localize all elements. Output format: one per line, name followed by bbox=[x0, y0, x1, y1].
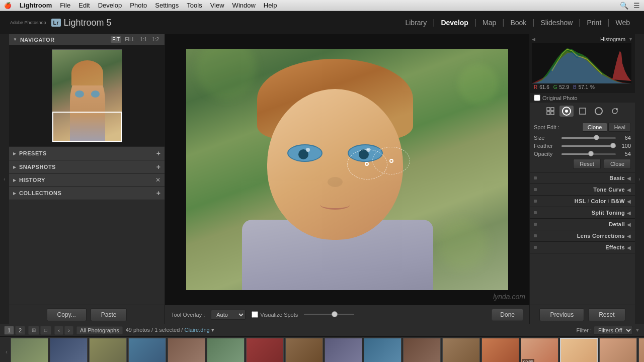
detail-collapse-icon[interactable]: ◀ bbox=[627, 222, 631, 227]
reset-button[interactable]: Reset bbox=[588, 308, 625, 321]
visualize-track[interactable] bbox=[304, 314, 354, 315]
film-thumb-12[interactable] bbox=[442, 338, 480, 362]
nav-print[interactable]: Print bbox=[583, 17, 606, 29]
spot-heal-tool-icon[interactable] bbox=[559, 106, 574, 117]
nav-library[interactable]: Library bbox=[401, 17, 431, 29]
paste-button[interactable]: Paste bbox=[91, 308, 127, 321]
film-thumb-4[interactable] bbox=[128, 338, 166, 362]
collections-add-btn[interactable]: + bbox=[156, 189, 160, 197]
grid-tool-icon[interactable] bbox=[543, 106, 557, 117]
opacity-thumb[interactable] bbox=[588, 151, 594, 156]
filter-select[interactable]: Filters Off Flagged Starred bbox=[594, 326, 633, 335]
heal-btn[interactable]: Heal bbox=[608, 123, 631, 132]
film-thumb-7[interactable] bbox=[246, 338, 284, 362]
all-photographs-btn[interactable]: All Photographs bbox=[76, 326, 123, 334]
film-thumb-3[interactable] bbox=[89, 338, 127, 362]
film-thumb-5[interactable] bbox=[168, 338, 205, 362]
tone-curve-collapse-icon[interactable]: ◀ bbox=[627, 187, 631, 193]
film-thumb-8[interactable] bbox=[285, 338, 323, 362]
menu-file[interactable]: File bbox=[60, 2, 70, 9]
filter-dropdown-icon[interactable]: ▼ bbox=[635, 327, 640, 333]
feather-thumb[interactable] bbox=[610, 143, 616, 148]
film-thumb-15-selected[interactable] bbox=[560, 338, 598, 362]
previous-button[interactable]: Previous bbox=[539, 308, 584, 321]
film-thumb-6[interactable] bbox=[207, 338, 245, 362]
hsl-section-header[interactable]: HSL / Color / B&W ◀ bbox=[530, 196, 635, 207]
menu-develop[interactable]: Develop bbox=[98, 2, 122, 9]
menu-help[interactable]: Help bbox=[264, 2, 277, 9]
menu-settings[interactable]: Settings bbox=[155, 2, 179, 9]
app-name-menu[interactable]: Lightroom bbox=[20, 2, 52, 9]
histogram-collapse-icon[interactable]: ▼ bbox=[628, 37, 633, 42]
effects-section-header[interactable]: Effects ◀ bbox=[530, 242, 635, 253]
left-panel-collapse[interactable]: ‹ bbox=[0, 34, 9, 324]
visualize-slider[interactable] bbox=[304, 314, 486, 315]
lens-corrections-section-header[interactable]: Lens Corrections ◀ bbox=[530, 230, 635, 241]
split-toning-section-header[interactable]: Split Toning ◀ bbox=[530, 207, 635, 218]
snapshots-add-btn[interactable]: + bbox=[156, 163, 160, 171]
film-thumb-1[interactable] bbox=[11, 338, 48, 362]
film-thumb-17[interactable] bbox=[638, 338, 644, 362]
film-thumb-9[interactable] bbox=[325, 338, 362, 362]
spot-close-btn[interactable]: Close bbox=[604, 159, 631, 169]
page-2-btn[interactable]: 2 bbox=[15, 326, 25, 335]
size-thumb[interactable] bbox=[594, 135, 599, 140]
tone-curve-section-header[interactable]: Tone Curve ◀ bbox=[530, 184, 635, 195]
effects-collapse-icon[interactable]: ◀ bbox=[627, 245, 631, 250]
brush-tool-icon[interactable] bbox=[608, 106, 622, 117]
film-thumb-11[interactable] bbox=[403, 338, 441, 362]
apple-menu[interactable]: 🍎 bbox=[4, 2, 12, 9]
visualize-thumb[interactable] bbox=[332, 311, 338, 317]
nav-map[interactable]: Map bbox=[478, 17, 500, 29]
circle-grad-tool-icon[interactable] bbox=[592, 106, 606, 117]
collections-header[interactable]: ▶ Collections + bbox=[9, 187, 165, 200]
menu-view[interactable]: View bbox=[210, 2, 224, 9]
zoom-1-1-btn[interactable]: 1:1 bbox=[138, 36, 148, 43]
basic-section-header[interactable]: Basic ◀ bbox=[530, 172, 635, 184]
snapshots-header[interactable]: ▶ Snapshots + bbox=[9, 160, 165, 173]
crop-tool-icon[interactable] bbox=[576, 106, 590, 117]
history-close-btn[interactable]: ✕ bbox=[155, 176, 160, 184]
lens-corrections-collapse-icon[interactable]: ◀ bbox=[627, 233, 631, 239]
nav-develop[interactable]: Develop bbox=[437, 17, 472, 29]
menu-photo[interactable]: Photo bbox=[130, 2, 147, 9]
zoom-fit-btn[interactable]: FIT bbox=[111, 36, 121, 43]
visualize-spots-checkbox[interactable] bbox=[252, 311, 258, 318]
basic-collapse-icon[interactable]: ◀ bbox=[627, 175, 631, 181]
film-thumb-16[interactable] bbox=[599, 338, 637, 362]
hsl-collapse-icon[interactable]: ◀ bbox=[627, 199, 631, 204]
grid-view-btn[interactable]: ⊞ bbox=[28, 326, 39, 335]
feather-track[interactable] bbox=[561, 145, 616, 147]
loupe-view-btn[interactable]: □ bbox=[40, 326, 51, 335]
nav-web[interactable]: Web bbox=[611, 17, 634, 29]
detail-section-header[interactable]: Detail ◀ bbox=[530, 219, 635, 230]
clone-btn[interactable]: Clone bbox=[582, 123, 608, 132]
visualize-spots-toggle[interactable]: Visualize Spots bbox=[252, 311, 298, 318]
main-image-view[interactable]: lynda.com bbox=[165, 34, 529, 305]
film-thumb-2[interactable] bbox=[50, 338, 88, 362]
nav-slideshow[interactable]: Slideshow bbox=[537, 17, 577, 29]
original-photo-checkbox[interactable] bbox=[534, 95, 540, 101]
presets-add-btn[interactable]: + bbox=[156, 149, 160, 157]
presets-header[interactable]: ▶ Presets + bbox=[9, 147, 165, 160]
opacity-track[interactable] bbox=[561, 153, 616, 155]
zoom-1-2-btn[interactable]: 1:2 bbox=[150, 36, 160, 43]
history-header[interactable]: ▶ History ✕ bbox=[9, 174, 165, 186]
search-icon[interactable]: 🔍 bbox=[620, 2, 628, 10]
film-thumb-13[interactable] bbox=[481, 338, 519, 362]
menu-edit[interactable]: Edit bbox=[78, 2, 90, 9]
navigator-header[interactable]: ▼ Navigator FIT FILL 1:1 1:2 bbox=[9, 34, 165, 45]
done-button[interactable]: Done bbox=[492, 309, 523, 321]
copy-button[interactable]: Copy... bbox=[47, 308, 87, 321]
tool-overlay-select[interactable]: Auto Always Never bbox=[211, 310, 246, 320]
list-icon[interactable]: ☰ bbox=[633, 2, 640, 10]
file-name-arrow[interactable]: ▾ bbox=[211, 327, 214, 333]
selected-file-name[interactable]: Claire.dng bbox=[184, 327, 209, 333]
menu-window[interactable]: Window bbox=[232, 2, 256, 9]
film-thumb-14[interactable]: 00:55 bbox=[521, 338, 558, 362]
nav-book[interactable]: Book bbox=[506, 17, 530, 29]
zoom-fill-btn[interactable]: FILL bbox=[123, 36, 136, 43]
film-thumb-10[interactable] bbox=[364, 338, 401, 362]
menu-tools[interactable]: Tools bbox=[187, 2, 202, 9]
page-1-btn[interactable]: 1 bbox=[4, 326, 14, 335]
